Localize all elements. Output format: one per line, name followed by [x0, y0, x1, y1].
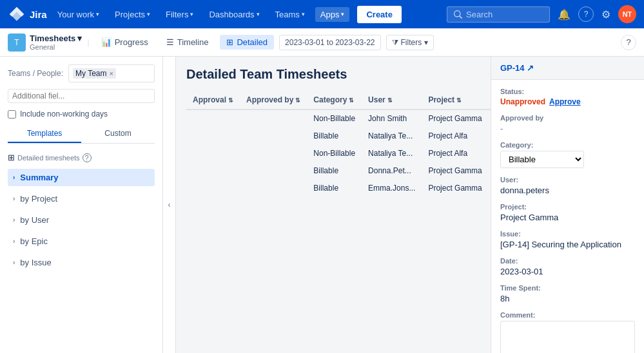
filter-icon: ⧩ — [392, 38, 398, 47]
date-range-picker[interactable]: 2023-03-01 to 2023-03-22 — [279, 35, 380, 50]
app-icon: T — [8, 33, 26, 52]
user-avatar[interactable]: NT — [618, 5, 636, 23]
search-bar[interactable]: Search — [447, 6, 550, 23]
template-tabs: Templates Custom — [8, 125, 155, 144]
nav-projects[interactable]: Projects ▾ — [110, 7, 155, 22]
detail-body: Status: Unapproved Approve Approved by -… — [491, 80, 644, 353]
timesheets-table: Approval⇅Approved by⇅Category⇅User⇅Proje… — [186, 91, 491, 197]
separator: | — [87, 37, 89, 47]
nav-item-summary[interactable]: ›Summary — [8, 169, 155, 186]
table-row[interactable]: Non-Billable Nataliya Te... Project Alfa… — [186, 145, 491, 162]
teams-label: Teams / People: — [8, 69, 63, 78]
nav-item-label: by Issue — [20, 258, 51, 267]
tab-templates[interactable]: Templates — [8, 125, 81, 143]
progress-tab[interactable]: 📊 Progress — [95, 35, 155, 50]
cell-user: John Smith — [362, 110, 422, 128]
top-navigation: Jira Your work ▾ Projects ▾ Filters ▾ Da… — [0, 0, 644, 28]
chevron-down-icon: ▾ — [190, 11, 193, 17]
chevron-down-icon: ▾ — [96, 11, 99, 17]
chevron-down-icon: ▾ — [302, 11, 305, 17]
cell-approved-by — [240, 162, 307, 180]
cell-category: Non-Billable — [307, 145, 362, 162]
nav-item-by-user[interactable]: ›by User — [8, 211, 155, 229]
col-label: Approval — [193, 95, 226, 104]
additional-field-input[interactable] — [8, 89, 155, 103]
sort-icon: ⇅ — [456, 97, 462, 104]
section-help-icon[interactable]: ? — [83, 153, 92, 162]
nav-your-work[interactable]: Your work ▾ — [52, 7, 104, 22]
grid-icon: ⊞ — [8, 153, 15, 162]
cell-approved-by — [240, 110, 307, 128]
cell-approved-by — [240, 128, 307, 145]
cell-approval — [186, 162, 240, 180]
app-title-group: Timesheets ▾ General — [30, 33, 82, 51]
app-logo: T Timesheets ▾ General — [8, 33, 82, 52]
progress-icon: 📊 — [101, 37, 112, 47]
filters-button[interactable]: ⧩ Filters ▾ — [386, 35, 434, 50]
col-category[interactable]: Category⇅ — [307, 91, 362, 110]
nav-item-by-epic[interactable]: ›by Epic — [8, 233, 155, 250]
jira-logo[interactable]: Jira — [8, 5, 47, 23]
tab-custom[interactable]: Custom — [81, 125, 155, 143]
date-label: Date: — [500, 257, 635, 265]
detailed-timesheets-header: ⊞ Detailed timesheets ? — [8, 153, 155, 162]
cell-approved-by — [240, 180, 307, 197]
notifications-icon[interactable]: 🔔 — [555, 6, 573, 23]
user-label: User: — [500, 176, 635, 184]
category-label: Category: — [500, 141, 635, 149]
user-row: User: donna.peters — [500, 176, 635, 195]
status-unapproved: Unapproved — [500, 97, 545, 106]
cell-category: Billable — [307, 162, 362, 180]
comment-textarea[interactable] — [500, 321, 635, 353]
nonworking-days-checkbox[interactable] — [8, 110, 16, 119]
toolbar-help-icon[interactable]: ? — [621, 35, 636, 50]
col-approved-by[interactable]: Approved by⇅ — [240, 91, 307, 110]
collapse-arrow-icon: › — [13, 238, 15, 245]
category-select[interactable]: Billable Non-Billable — [500, 151, 584, 168]
search-icon — [454, 10, 462, 19]
detailed-tab[interactable]: ⊞ Detailed — [220, 35, 274, 50]
jira-logo-text: Jira — [30, 9, 47, 20]
section-label: Detailed timesheets — [17, 154, 80, 162]
table-row[interactable]: Billable Donna.Pet... Project Gamma ✓ [G… — [186, 162, 491, 180]
cell-approval — [186, 180, 240, 197]
nav-filters[interactable]: Filters ▾ — [161, 7, 199, 22]
sidebar-collapse-button[interactable]: ‹ — [163, 57, 176, 353]
project-label: Project: — [500, 203, 635, 211]
nonworking-days-row: Include non-working days — [8, 110, 155, 119]
cell-user: Nataliya Te... — [362, 145, 422, 162]
cell-approval — [186, 145, 240, 162]
chevron-down-icon: ▾ — [424, 38, 428, 47]
time-spent-row: Time Spent: 8h — [500, 284, 635, 303]
help-icon[interactable]: ? — [578, 6, 594, 22]
app-title[interactable]: Timesheets ▾ — [30, 33, 82, 43]
issue-link[interactable]: GP-14 ↗ — [500, 63, 534, 73]
approve-link[interactable]: Approve — [549, 97, 581, 106]
nav-apps[interactable]: Apps ▾ — [315, 7, 350, 22]
nav-item-by-issue[interactable]: ›by Issue — [8, 254, 155, 271]
status-row: Status: Unapproved Approve — [500, 88, 635, 106]
nav-teams[interactable]: Teams ▾ — [270, 7, 310, 22]
table-row[interactable]: Billable Nataliya Te... Project Alfa ✓ [… — [186, 128, 491, 145]
issue-label: Issue: — [500, 230, 635, 238]
nav-dashboards[interactable]: Dashboards ▾ — [204, 7, 264, 22]
approved-by-label: Approved by — [500, 114, 635, 122]
timeline-tab[interactable]: ☰ Timeline — [160, 35, 215, 50]
col-project[interactable]: Project⇅ — [422, 91, 488, 110]
nav-item-label: Summary — [20, 173, 58, 182]
col-label: Approved by — [246, 95, 293, 104]
settings-icon[interactable]: ⚙ — [599, 6, 613, 23]
additional-field-section — [8, 89, 155, 103]
date-row: Date: 2023-03-01 — [500, 257, 635, 276]
nav-item-by-project[interactable]: ›by Project — [8, 190, 155, 207]
table-row[interactable]: Billable Emma.Jons... Project Gamma ✓ [G… — [186, 180, 491, 197]
cell-category: Billable — [307, 128, 362, 145]
table-row[interactable]: Non-Billable John Smith Project Gamma ✓ … — [186, 110, 491, 128]
collapse-arrow-icon: › — [13, 216, 15, 224]
tag-close-icon[interactable]: × — [110, 70, 113, 77]
col-user[interactable]: User⇅ — [362, 91, 422, 110]
create-button[interactable]: Create — [357, 6, 401, 23]
category-value: Billable Non-Billable — [500, 151, 635, 168]
col-approval[interactable]: Approval⇅ — [186, 91, 240, 110]
teams-input[interactable]: My Team × — [68, 64, 155, 82]
